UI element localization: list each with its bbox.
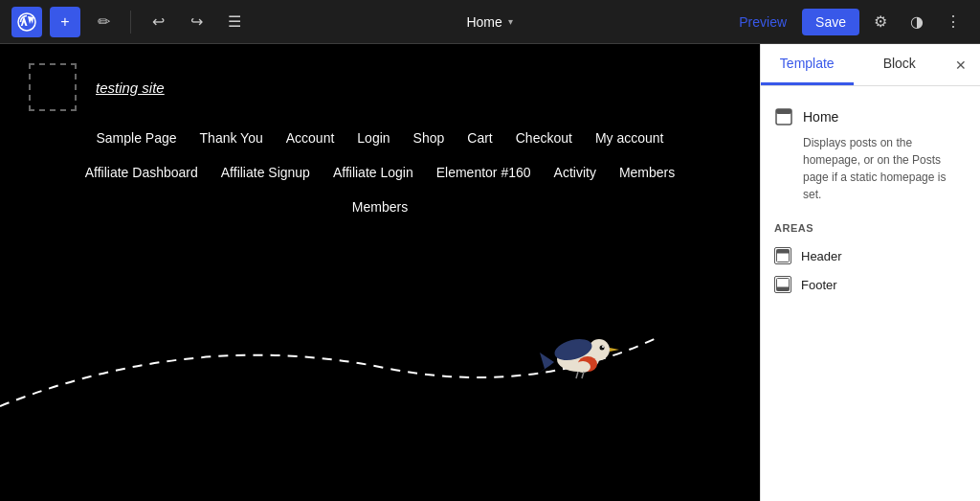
- svg-rect-17: [777, 287, 790, 291]
- area-footer[interactable]: Footer: [774, 270, 967, 299]
- svg-line-11: [582, 372, 584, 378]
- footer-area-icon: [774, 276, 791, 293]
- dashed-curve: [0, 310, 760, 425]
- gear-icon: ⚙: [874, 12, 887, 31]
- site-title[interactable]: testing site: [96, 80, 165, 96]
- nav-row-1: Sample Page Thank You Account Login Shop…: [0, 121, 760, 155]
- bird-image: [530, 316, 626, 397]
- redo-button[interactable]: ↪: [181, 7, 212, 37]
- site-header: testing site: [0, 44, 760, 121]
- areas-section-label: AREAS: [774, 222, 967, 234]
- nav-elementor[interactable]: Elementor #160: [429, 161, 539, 184]
- undo-button[interactable]: ↩: [143, 7, 173, 37]
- nav-sample-page[interactable]: Sample Page: [89, 126, 185, 149]
- add-icon: +: [60, 13, 69, 31]
- list-icon: ☰: [228, 12, 241, 31]
- svg-line-10: [576, 372, 578, 378]
- nav-my-account[interactable]: My account: [588, 126, 672, 149]
- toolbar: + ✏ ↩ ↪ ☰ Home ▾ Preview Save ⚙ ◑ ⋮: [0, 0, 980, 44]
- preview-button[interactable]: Preview: [729, 11, 796, 34]
- svg-rect-13: [776, 109, 791, 114]
- nav-account[interactable]: Account: [278, 126, 343, 149]
- toolbar-right: Preview Save ⚙ ◑ ⋮: [729, 7, 969, 37]
- nav-row-2: Affiliate Dashboard Affiliate Signup Aff…: [0, 155, 760, 190]
- nav-thank-you[interactable]: Thank You: [192, 126, 271, 149]
- nav-activity[interactable]: Activity: [546, 161, 604, 184]
- header-area-icon: [774, 247, 791, 264]
- panel-close-button[interactable]: ✕: [946, 50, 976, 80]
- footer-area-label: Footer: [801, 278, 837, 292]
- nav-affiliate-signup[interactable]: Affiliate Signup: [213, 161, 318, 184]
- nav-shop[interactable]: Shop: [406, 126, 453, 149]
- more-icon: ⋮: [946, 12, 961, 31]
- add-block-button[interactable]: +: [50, 7, 80, 37]
- area-header[interactable]: Header: [774, 241, 967, 270]
- svg-marker-3: [610, 348, 619, 352]
- svg-point-4: [600, 346, 605, 351]
- nav-checkout[interactable]: Checkout: [508, 126, 580, 149]
- main-layout: testing site Sample Page Thank You Accou…: [0, 44, 980, 501]
- tab-template[interactable]: Template: [761, 44, 854, 85]
- wp-logo-button[interactable]: [11, 7, 42, 37]
- right-panel: Template Block ✕ Home Displays posts on …: [760, 44, 980, 501]
- nav-members-2[interactable]: Members: [345, 195, 415, 218]
- header-area-label: Header: [801, 249, 842, 263]
- svg-point-9: [575, 361, 590, 373]
- site-logo: [29, 63, 77, 111]
- settings-button[interactable]: ⚙: [865, 7, 896, 37]
- contrast-button[interactable]: ◑: [902, 7, 932, 37]
- brush-icon: ✏: [98, 12, 110, 31]
- save-button[interactable]: Save: [802, 9, 859, 35]
- tab-block[interactable]: Block: [854, 44, 947, 85]
- undo-icon: ↩: [152, 12, 165, 31]
- panel-home-desc: Displays posts on the homepage, or on th…: [774, 134, 967, 211]
- svg-point-5: [602, 346, 604, 348]
- nav-row-3: Members: [0, 190, 760, 224]
- close-icon: ✕: [955, 57, 967, 73]
- list-view-button[interactable]: ☰: [219, 7, 250, 37]
- more-options-button[interactable]: ⋮: [938, 7, 969, 37]
- panel-home-item[interactable]: Home: [774, 100, 967, 134]
- redo-icon: ↪: [190, 12, 203, 31]
- home-icon: [774, 107, 793, 126]
- canvas: testing site Sample Page Thank You Accou…: [0, 44, 760, 501]
- divider: [130, 11, 131, 34]
- nav-members-1[interactable]: Members: [612, 161, 682, 184]
- svg-point-2: [589, 339, 610, 360]
- panel-tabs: Template Block ✕: [761, 44, 980, 86]
- nav-affiliate-dashboard[interactable]: Affiliate Dashboard: [78, 161, 206, 184]
- nav-affiliate-login[interactable]: Affiliate Login: [325, 161, 421, 184]
- svg-marker-7: [538, 353, 554, 374]
- panel-home-label: Home: [803, 109, 838, 125]
- svg-rect-15: [777, 250, 790, 254]
- page-title-button[interactable]: Home ▾: [257, 14, 722, 30]
- panel-content: Home Displays posts on the homepage, or …: [761, 86, 980, 501]
- page-title-label: Home: [466, 14, 501, 30]
- contrast-icon: ◑: [910, 12, 924, 31]
- nav-cart[interactable]: Cart: [459, 126, 500, 149]
- nav-login[interactable]: Login: [349, 126, 397, 149]
- hero-area: [0, 224, 760, 464]
- chevron-down-icon: ▾: [508, 16, 513, 27]
- brush-button[interactable]: ✏: [88, 7, 119, 37]
